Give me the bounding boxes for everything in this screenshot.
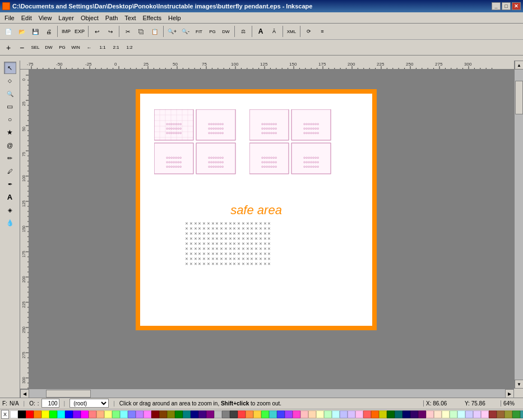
rect-tool-button[interactable]: ▭ xyxy=(4,100,16,113)
color-swatch[interactable] xyxy=(49,410,57,418)
color-swatch[interactable] xyxy=(175,410,183,418)
color-swatch[interactable] xyxy=(230,410,238,418)
menu-help[interactable]: Help xyxy=(165,13,184,22)
canvas-area[interactable]: ✿✿✿✿✿✿✿ ✿✿✿✿✿✿✿ ✿✿✿✿✿✿✿ ✿✿✿✿✿✿✿ ✿✿✿✿✿✿✿ … xyxy=(29,70,514,389)
calligraphy-tool-button[interactable]: ✒ xyxy=(4,178,16,190)
color-swatch[interactable] xyxy=(167,410,175,418)
color-swatch[interactable] xyxy=(426,410,434,418)
close-button[interactable]: ✕ xyxy=(512,2,521,10)
color-swatch[interactable] xyxy=(300,410,308,418)
color-swatch[interactable] xyxy=(128,410,136,418)
color-swatch[interactable] xyxy=(81,410,89,418)
scroll-right-button[interactable]: ▶ xyxy=(505,389,514,398)
color-swatch[interactable] xyxy=(379,410,387,418)
menu-view[interactable]: View xyxy=(35,13,55,22)
zoom-out2-button[interactable]: − xyxy=(16,41,28,54)
color-swatch[interactable] xyxy=(363,410,371,418)
color-swatch[interactable] xyxy=(246,410,253,418)
maximize-button[interactable]: □ xyxy=(502,2,511,10)
save-button[interactable]: 💾 xyxy=(29,25,41,38)
color-swatch[interactable] xyxy=(465,410,473,418)
color-swatch[interactable] xyxy=(191,410,198,418)
star-tool-button[interactable]: ★ xyxy=(4,126,16,139)
dropper-tool-button[interactable]: 💧 xyxy=(4,216,16,229)
import-button[interactable]: IMP xyxy=(60,25,72,38)
color-swatch[interactable] xyxy=(293,410,300,418)
export-button[interactable]: EXP xyxy=(73,25,86,38)
color-swatch[interactable] xyxy=(450,410,457,418)
layers-button[interactable]: ≡ xyxy=(316,25,328,38)
scroll-h-thumb[interactable] xyxy=(46,390,91,398)
color-swatch[interactable] xyxy=(206,410,214,418)
color-swatch[interactable] xyxy=(18,410,26,418)
color-swatch[interactable] xyxy=(34,410,41,418)
cut-button[interactable]: ✂ xyxy=(122,25,134,38)
color-swatch[interactable] xyxy=(41,410,49,418)
color-swatch[interactable] xyxy=(489,410,497,418)
transform-button[interactable]: ⟳ xyxy=(303,25,315,38)
menu-file[interactable]: File xyxy=(1,13,18,22)
zoom-in2-button[interactable]: + xyxy=(2,41,15,54)
color-swatch[interactable] xyxy=(269,410,277,418)
zoom-half-button[interactable]: 1:2 xyxy=(123,41,136,54)
scroll-h-track[interactable] xyxy=(29,389,505,398)
color-swatch[interactable] xyxy=(10,410,18,418)
color-swatch[interactable] xyxy=(324,410,332,418)
zoom-in-tool-button[interactable]: 🔍+ xyxy=(166,25,178,38)
color-swatch[interactable] xyxy=(26,410,34,418)
node-tool-button[interactable]: ◇ xyxy=(4,75,16,87)
scrollbar-vertical[interactable]: ▲ ▼ xyxy=(514,61,523,389)
menu-object[interactable]: Object xyxy=(77,13,102,22)
color-swatch[interactable] xyxy=(253,410,261,418)
color-swatch[interactable] xyxy=(355,410,363,418)
color-swatch[interactable] xyxy=(371,410,379,418)
zoom-tool-button[interactable]: 🔍 xyxy=(4,87,16,100)
undo-button[interactable]: ↩ xyxy=(91,25,103,38)
color-swatch[interactable] xyxy=(457,410,465,418)
color-swatch[interactable] xyxy=(473,410,481,418)
color-swatch[interactable] xyxy=(395,410,402,418)
zoom-page-button[interactable]: PG xyxy=(206,25,219,38)
copy-button[interactable]: ⿻ xyxy=(135,25,147,38)
color-swatch[interactable] xyxy=(222,410,230,418)
print-button[interactable]: 🖨 xyxy=(43,25,55,38)
text-tool-button[interactable]: A xyxy=(254,25,267,38)
color-swatch[interactable] xyxy=(112,410,120,418)
zoom-fit-win-button[interactable]: WIN xyxy=(70,41,82,54)
color-swatch[interactable] xyxy=(316,410,324,418)
color-swatch[interactable] xyxy=(238,410,246,418)
color-swatch[interactable] xyxy=(96,410,104,418)
zoom-prev-button[interactable]: ← xyxy=(83,41,95,54)
color-swatch[interactable] xyxy=(104,410,112,418)
xml-editor-button[interactable]: XML xyxy=(285,25,298,38)
color-swatch[interactable] xyxy=(308,410,316,418)
color-swatch[interactable] xyxy=(285,410,293,418)
menu-effects[interactable]: Effects xyxy=(140,13,165,22)
scroll-v-track[interactable] xyxy=(515,70,523,380)
color-swatch[interactable] xyxy=(89,410,96,418)
spiral-tool-button[interactable]: @ xyxy=(4,139,16,151)
new-button[interactable]: 📄 xyxy=(2,25,15,38)
color-swatch[interactable] xyxy=(159,410,167,418)
opacity-input[interactable] xyxy=(41,399,59,408)
color-swatch[interactable] xyxy=(198,410,206,418)
zoom-fit-sel-button[interactable]: SEL xyxy=(29,41,41,54)
zoom-1to1-button[interactable]: 1:1 xyxy=(96,41,109,54)
align-button[interactable]: ⚖ xyxy=(237,25,249,38)
menu-text[interactable]: Text xyxy=(121,13,139,22)
color-swatch[interactable] xyxy=(277,410,285,418)
zoom-fit-draw2-button[interactable]: DW xyxy=(43,41,55,54)
color-swatch[interactable] xyxy=(120,410,128,418)
color-swatch[interactable] xyxy=(387,410,395,418)
color-swatch[interactable] xyxy=(520,410,523,418)
color-swatch[interactable] xyxy=(151,410,159,418)
menu-edit[interactable]: Edit xyxy=(18,13,35,22)
color-swatch[interactable] xyxy=(136,410,144,418)
zoom-2to1-button[interactable]: 2:1 xyxy=(110,41,122,54)
color-swatch[interactable] xyxy=(497,410,505,418)
color-swatch[interactable] xyxy=(340,410,348,418)
menu-path[interactable]: Path xyxy=(102,13,122,22)
pencil-tool-button[interactable]: ✏ xyxy=(4,152,16,164)
minimize-button[interactable]: _ xyxy=(492,2,501,10)
layer-select[interactable]: (root) xyxy=(70,399,109,408)
